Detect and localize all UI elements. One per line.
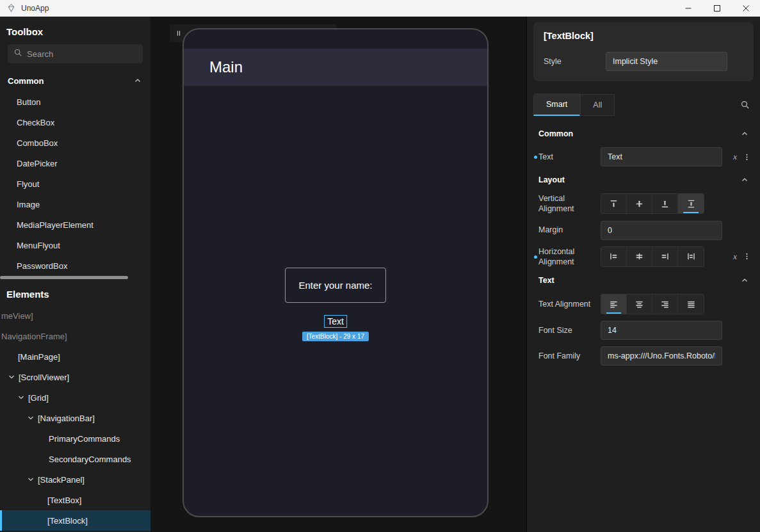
valign-stretch-button[interactable] xyxy=(678,194,704,213)
halign-stretch-button[interactable] xyxy=(678,247,704,266)
close-button[interactable] xyxy=(731,0,760,16)
left-sidebar: Toolbox Common Button CheckBox ComboBox … xyxy=(0,17,150,532)
elements-title: Elements xyxy=(0,279,150,305)
valign-center-button[interactable] xyxy=(627,194,652,213)
margin-label: Margin xyxy=(538,225,601,235)
chevron-down-icon[interactable] xyxy=(27,414,35,422)
chevron-up-icon[interactable] xyxy=(741,176,748,184)
inspector-tabs: Smart All xyxy=(533,93,754,116)
close-icon xyxy=(742,4,750,12)
app-logo-icon xyxy=(6,3,16,13)
style-label: Style xyxy=(544,56,606,67)
margin-input[interactable] xyxy=(601,221,722,240)
prop-row-vertical-alignment: Vertical Alignment xyxy=(533,190,754,218)
chevron-up-icon[interactable] xyxy=(741,130,748,138)
minimize-icon xyxy=(684,4,692,12)
chevron-down-icon[interactable] xyxy=(27,476,35,483)
prop-row-text: Text x xyxy=(533,144,754,170)
page-body: Enter your name: Text [TextBlock] - 29 x… xyxy=(184,86,487,516)
toolbox-search[interactable] xyxy=(8,44,143,63)
section-common[interactable]: Common xyxy=(533,124,754,144)
vertical-alignment-group xyxy=(601,193,704,214)
section-text[interactable]: Text xyxy=(533,270,754,291)
valign-top-button[interactable] xyxy=(601,194,627,213)
text-align-left-button[interactable] xyxy=(601,294,627,314)
search-input[interactable] xyxy=(27,49,123,59)
toolbox-scrollbar xyxy=(0,276,150,279)
style-input[interactable] xyxy=(606,52,727,71)
font-size-label: Font Size xyxy=(538,325,601,335)
text-align-center-button[interactable] xyxy=(627,294,652,314)
drag-handle-icon[interactable] xyxy=(175,29,182,38)
tree-item-textblock-selected[interactable]: [TextBlock] xyxy=(0,510,150,531)
toolbox-item-button[interactable]: Button xyxy=(0,92,150,112)
design-canvas: Main Enter your name: Text [TextBlock] -… xyxy=(150,17,526,532)
prop-row-horizontal-alignment: Horizontal Alignment x xyxy=(533,243,754,271)
halign-center-button[interactable] xyxy=(627,247,652,266)
font-family-label: Font Family xyxy=(538,351,601,361)
minimize-button[interactable] xyxy=(674,0,702,16)
horizontal-alignment-label: Horizontal Alignment xyxy=(538,246,601,268)
tree-item-navigationframe[interactable]: NavigationFrame] xyxy=(0,326,150,346)
maximize-button[interactable] xyxy=(702,0,731,16)
toolbox-item-checkbox[interactable]: CheckBox xyxy=(0,112,150,133)
prop-row-margin: Margin xyxy=(533,218,754,243)
designed-textbox[interactable]: Enter your name: xyxy=(285,268,386,303)
toolbox-item-passwordbox[interactable]: PasswordBox xyxy=(0,255,150,276)
selected-element-card: [TextBlock] Style xyxy=(533,22,754,81)
toolbox-item-datepicker[interactable]: DatePicker xyxy=(0,153,150,173)
chevron-up-icon[interactable] xyxy=(741,277,748,284)
toolbox-section-common[interactable]: Common xyxy=(0,70,150,92)
text-alignment-group xyxy=(601,294,704,314)
horizontal-alignment-group xyxy=(601,246,704,267)
tree-item-primarycommands[interactable]: PrimaryCommands xyxy=(0,428,150,449)
chevron-down-icon[interactable] xyxy=(17,394,25,401)
toolbox-item-flyout[interactable]: Flyout xyxy=(0,173,150,194)
font-family-input[interactable] xyxy=(601,346,722,366)
tree-item-stackpanel[interactable]: [StackPanel] xyxy=(0,469,150,490)
toolbox-item-mediaplayerelement[interactable]: MediaPlayerElement xyxy=(0,214,150,235)
tab-all[interactable]: All xyxy=(580,94,615,116)
more-icon[interactable] xyxy=(743,153,751,161)
prop-row-text-alignment: Text Alignment xyxy=(533,291,754,318)
tree-item-grid[interactable]: [Grid] xyxy=(0,387,150,408)
scrollbar-thumb[interactable] xyxy=(0,276,128,279)
halign-left-button[interactable] xyxy=(601,247,627,266)
vertical-alignment-label: Vertical Alignment xyxy=(538,193,601,214)
tree-item-scrollviewer[interactable]: [ScrollViewer] xyxy=(0,367,150,387)
font-size-input[interactable] xyxy=(601,321,722,340)
halign-right-button[interactable] xyxy=(652,247,678,266)
more-icon[interactable] xyxy=(743,252,751,261)
device-frame: Main Enter your name: Text [TextBlock] -… xyxy=(182,28,489,517)
tree-item-textbox[interactable]: [TextBox] xyxy=(0,490,150,510)
text-alignment-label: Text Alignment xyxy=(538,299,601,309)
selected-textblock[interactable]: Text xyxy=(324,315,347,328)
modified-dot xyxy=(534,156,537,159)
tree-item-homeview[interactable]: meView] xyxy=(0,305,150,326)
text-align-right-button[interactable] xyxy=(652,294,678,314)
chevron-up-icon[interactable] xyxy=(134,77,141,85)
page-title: Main xyxy=(209,58,243,76)
section-layout[interactable]: Layout xyxy=(533,170,754,190)
prop-row-font-size: Font Size xyxy=(533,318,754,343)
toolbox-title: Toolbox xyxy=(0,17,150,43)
tree-item-navigationbar[interactable]: [NavigationBar] xyxy=(0,408,150,428)
prop-row-font-family: Font Family xyxy=(533,343,754,369)
chevron-down-icon[interactable] xyxy=(8,373,15,381)
search-icon[interactable] xyxy=(740,100,750,109)
binding-icon[interactable]: x xyxy=(733,152,737,162)
binding-icon[interactable]: x xyxy=(733,252,737,262)
selection-size-badge: [TextBlock] - 29 x 17 xyxy=(302,332,369,341)
maximize-icon xyxy=(713,4,721,12)
toolbox-item-image[interactable]: Image xyxy=(0,194,150,214)
text-input[interactable] xyxy=(601,147,722,166)
toolbox-item-combobox[interactable]: ComboBox xyxy=(0,133,150,153)
tab-smart[interactable]: Smart xyxy=(533,93,580,116)
page-header[interactable]: Main xyxy=(184,49,487,86)
tree-item-mainpage[interactable]: [MainPage] xyxy=(0,346,150,367)
toolbox-item-menuflyout[interactable]: MenuFlyout xyxy=(0,235,150,255)
valign-bottom-button[interactable] xyxy=(652,194,678,213)
text-align-justify-button[interactable] xyxy=(678,294,704,314)
device-status-area xyxy=(184,29,487,49)
tree-item-secondarycommands[interactable]: SecondaryCommands xyxy=(0,449,150,469)
